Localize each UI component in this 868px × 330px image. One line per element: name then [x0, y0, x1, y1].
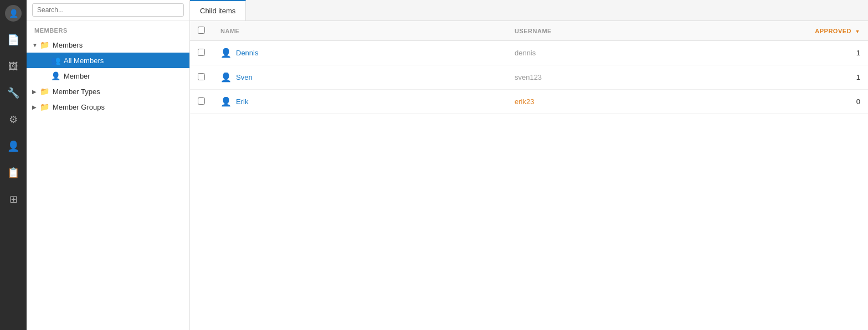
list-rail-icon[interactable]: 📋 [0, 159, 27, 186]
members-arrow-icon: ▼ [32, 42, 40, 48]
members-table: NAME USERNAME APPROVED ▼ [190, 21, 868, 114]
row-checkbox-sven[interactable] [190, 65, 213, 90]
tab-child-items[interactable]: Child items [190, 0, 246, 20]
all-members-label: All Members [64, 56, 184, 65]
sidebar-item-members[interactable]: ▼ 📁 Members [27, 37, 189, 53]
member-types-folder-icon: 📁 [40, 87, 49, 96]
row-checkbox-input-erik[interactable] [198, 97, 205, 105]
settings-icon[interactable]: ⚙ [0, 106, 27, 133]
approved-value-erik: 0 [856, 97, 860, 106]
row-checkbox-dennis[interactable] [190, 41, 213, 65]
username-text-dennis: dennis [515, 49, 536, 57]
image-icon[interactable]: 🖼 [0, 53, 27, 80]
sidebar-item-member-types[interactable]: ▶ 📁 Member Types [27, 84, 189, 99]
avatar-icon[interactable]: 👤 [5, 5, 22, 22]
user-icon-erik: 👤 [220, 96, 232, 107]
member-groups-arrow-icon: ▶ [32, 104, 40, 110]
table-row: 👤 Sven sven123 1 [190, 65, 868, 90]
username-cell-erik: erik23 [507, 90, 736, 114]
row-checkbox-input-dennis[interactable] [198, 49, 205, 56]
sidebar-item-member[interactable]: ▶ 👤 Member [27, 68, 189, 84]
tab-child-items-label: Child items [200, 7, 235, 15]
col-header-username[interactable]: USERNAME [507, 21, 736, 41]
icon-rail: 👤 📄 🖼 🔧 ⚙ 👤 📋 ⊞ [0, 0, 27, 330]
document-icon[interactable]: 📄 [0, 27, 27, 53]
approved-value-sven: 1 [856, 73, 860, 81]
name-text-sven: Sven [236, 73, 253, 81]
user-icon-dennis: 👤 [220, 48, 232, 58]
tools-icon[interactable]: 🔧 [0, 80, 27, 106]
sidebar-search-area [27, 0, 189, 20]
members-section-label: MEMBERS [27, 20, 189, 37]
search-input[interactable] [32, 3, 184, 17]
name-text-erik: Erik [236, 97, 248, 106]
select-all-checkbox[interactable] [198, 27, 205, 34]
member-types-label: Member Types [53, 87, 184, 96]
name-text-dennis: Dennis [236, 49, 258, 57]
approved-cell-sven: 1 [736, 65, 868, 90]
approved-sort-arrow: ▼ [855, 29, 860, 34]
table-row: 👤 Dennis dennis 1 [190, 41, 868, 65]
col-header-name[interactable]: NAME [213, 21, 507, 41]
username-text-sven: sven123 [515, 73, 542, 81]
members-label: Members [53, 41, 184, 49]
member-label: Member [64, 72, 184, 80]
row-checkbox-erik[interactable] [190, 90, 213, 114]
sidebar-item-member-groups[interactable]: ▶ 📁 Member Groups [27, 99, 189, 115]
sidebar-tree: ▼ 📁 Members ▶ 👥 All Members ▶ 👤 Member ▶… [27, 37, 189, 115]
tab-bar: Child items [190, 0, 868, 21]
username-text-erik: erik23 [515, 97, 534, 106]
row-checkbox-input-sven[interactable] [198, 73, 205, 80]
sidebar: MEMBERS ▼ 📁 Members ▶ 👥 All Members ▶ 👤 … [27, 0, 190, 330]
member-groups-folder-icon: 📁 [40, 102, 49, 111]
approved-value-dennis: 1 [856, 49, 860, 57]
name-cell-dennis: 👤 Dennis [213, 41, 507, 65]
name-cell-erik: 👤 Erik [213, 90, 507, 114]
members-folder-icon: 📁 [40, 40, 49, 49]
name-cell-sven: 👤 Sven [213, 65, 507, 90]
col-header-approved[interactable]: APPROVED ▼ [736, 21, 868, 41]
main-content: Child items NAME USERNAME APPROVED [190, 0, 868, 330]
member-user-icon: 👤 [51, 71, 60, 80]
user-icon-sven: 👤 [220, 72, 232, 82]
table-row: 👤 Erik erik23 0 [190, 90, 868, 114]
table-rail-icon[interactable]: ⊞ [0, 186, 27, 213]
user-rail-icon[interactable]: 👤 [0, 133, 27, 159]
member-groups-label: Member Groups [53, 103, 184, 111]
sidebar-item-all-members[interactable]: ▶ 👥 All Members [27, 53, 189, 68]
member-types-arrow-icon: ▶ [32, 89, 40, 95]
approved-cell-dennis: 1 [736, 41, 868, 65]
username-cell-sven: sven123 [507, 65, 736, 90]
all-members-user-icon: 👥 [51, 56, 60, 65]
data-area: NAME USERNAME APPROVED ▼ [190, 21, 868, 330]
approved-cell-erik: 0 [736, 90, 868, 114]
username-cell-dennis: dennis [507, 41, 736, 65]
select-all-col [190, 21, 213, 41]
